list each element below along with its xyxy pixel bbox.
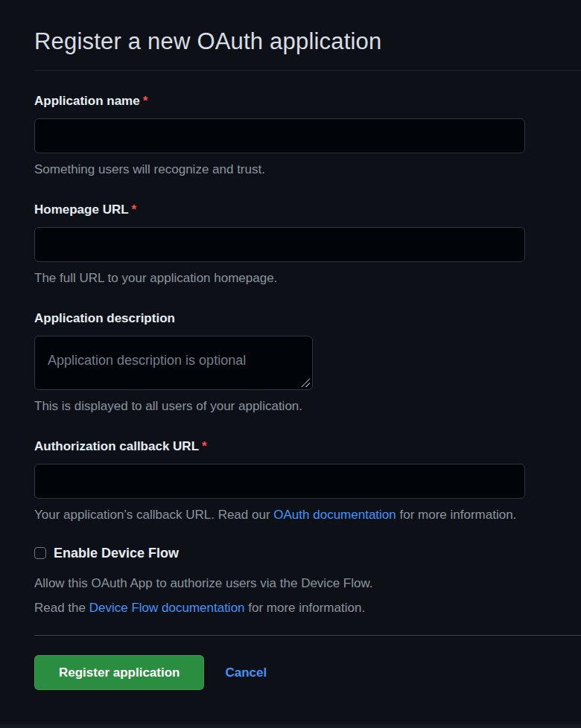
footer-strip (0, 724, 581, 728)
application-description-group: Application description This is displaye… (34, 310, 581, 414)
actions-row: Register application Cancel (34, 655, 581, 690)
oauth-documentation-link[interactable]: OAuth documentation (273, 508, 396, 522)
device-flow-read-prefix: Read the (34, 601, 89, 615)
header-divider (34, 70, 581, 71)
homepage-url-input[interactable] (34, 227, 525, 262)
oauth-registration-form: Register a new OAuth application Applica… (0, 0, 581, 690)
actions-divider (34, 635, 581, 636)
application-name-input[interactable] (34, 118, 525, 153)
application-name-label: Application name* (34, 93, 581, 109)
enable-device-flow-label[interactable]: Enable Device Flow (54, 546, 179, 561)
application-description-help: This is displayed to all users of your a… (34, 398, 581, 414)
required-asterisk: * (202, 439, 207, 453)
application-description-label: Application description (34, 310, 581, 326)
device-flow-row: Enable Device Flow (34, 546, 581, 561)
homepage-url-label-text: Homepage URL (34, 202, 129, 217)
callback-url-label: Authorization callback URL* (34, 438, 581, 454)
callback-url-help-suffix: for more information. (396, 508, 517, 522)
register-application-button[interactable]: Register application (34, 655, 204, 690)
application-name-help: Something users will recognize and trust… (34, 162, 581, 177)
device-flow-read-more: Read the Device Flow documentation for m… (34, 600, 581, 616)
application-description-textarea[interactable] (34, 336, 313, 390)
callback-url-help: Your application’s callback URL. Read ou… (34, 507, 581, 523)
enable-device-flow-checkbox[interactable] (34, 547, 46, 559)
application-description-textarea-wrap (34, 336, 313, 390)
page-title: Register a new OAuth application (34, 0, 581, 58)
application-description-label-text: Application description (34, 311, 175, 325)
application-name-group: Application name* Something users will r… (34, 93, 581, 177)
homepage-url-help: The full URL to your application homepag… (34, 270, 581, 286)
required-asterisk: * (132, 202, 137, 217)
homepage-url-group: Homepage URL* The full URL to your appli… (34, 202, 581, 286)
callback-url-group: Authorization callback URL* Your applica… (34, 438, 581, 523)
callback-url-label-text: Authorization callback URL (34, 439, 199, 453)
device-flow-description: Allow this OAuth App to authorize users … (34, 575, 581, 591)
cancel-link[interactable]: Cancel (225, 665, 267, 680)
callback-url-help-prefix: Your application’s callback URL. Read ou… (34, 508, 273, 522)
required-asterisk: * (143, 94, 148, 108)
application-name-label-text: Application name (34, 94, 140, 108)
device-flow-read-suffix: for more information. (245, 601, 366, 615)
callback-url-input[interactable] (34, 464, 525, 499)
homepage-url-label: Homepage URL* (34, 202, 581, 217)
device-flow-documentation-link[interactable]: Device Flow documentation (89, 601, 245, 615)
